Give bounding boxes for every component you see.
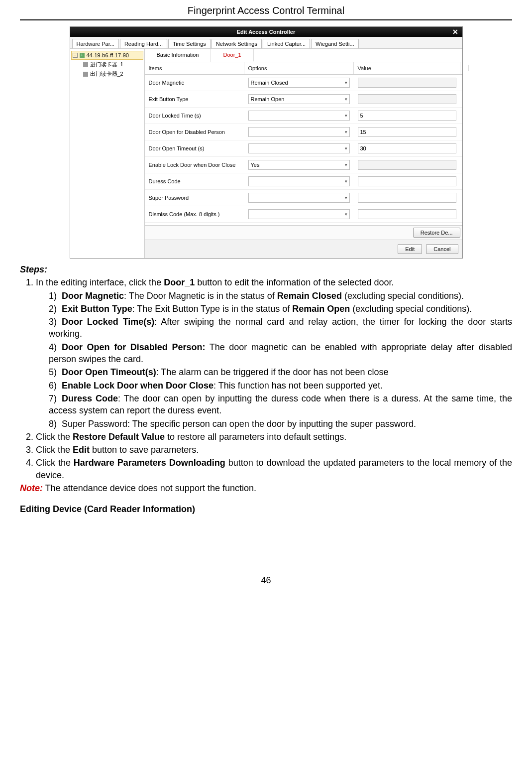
subtab-door-1[interactable]: Door_1 (211, 49, 253, 62)
sub-tabs: Basic Information Door_1 (145, 49, 462, 62)
tree-root-label: 44-19-b6-ff-17-90 (87, 52, 129, 58)
tree-child-reader-1[interactable]: 进门读卡器_1 (82, 60, 143, 69)
grid-row: Dismiss Code (Max. 8 digits )▾ (145, 206, 462, 223)
tree-child-label: 出门读卡器_2 (90, 70, 123, 78)
expand-icon[interactable]: + (80, 53, 85, 58)
chevron-down-icon: ▾ (345, 212, 347, 217)
option-select[interactable]: ▾ (248, 209, 350, 219)
tab-linked-capture[interactable]: Linked Captur... (263, 39, 310, 48)
restore-default-button[interactable]: Restore De... (413, 228, 460, 238)
tab-network-settings[interactable]: Network Settings (212, 39, 262, 48)
col-options: Options (244, 62, 354, 74)
close-icon[interactable]: ✕ (452, 28, 458, 36)
chevron-down-icon: ▾ (345, 146, 347, 151)
edit-button[interactable]: Edit (398, 244, 422, 254)
tree-child-reader-2[interactable]: 出门读卡器_2 (82, 69, 143, 79)
row-label: Door Magnetic (145, 77, 244, 89)
row-label: Door Open Timeout (s) (145, 142, 244, 154)
substep: 6)Enable Lock Door when Door Close: This… (49, 380, 512, 392)
chevron-down-icon: ▾ (345, 195, 347, 200)
option-select[interactable]: Remain Closed▾ (248, 78, 350, 88)
reader-icon (83, 62, 88, 67)
value-input[interactable]: 15 (358, 127, 456, 137)
row-label: Enable Lock Door when Door Close (145, 159, 244, 171)
col-items: Items (145, 62, 244, 74)
page-title: Fingerprint Access Control Terminal (20, 0, 512, 20)
option-select[interactable]: ▾ (248, 143, 350, 153)
substep: 8)Super Password: The specific person ca… (49, 418, 512, 430)
note-line: Note: The attendance device does not sup… (20, 482, 512, 494)
subtab-basic-information[interactable]: Basic Information (145, 49, 212, 62)
grid-row: Enable Lock Door when Door CloseYes▾ (145, 157, 462, 173)
value-input[interactable] (358, 176, 456, 186)
tab-time-settings[interactable]: Time Settings (168, 39, 211, 48)
value-input[interactable] (358, 193, 456, 203)
option-value: Remain Open (251, 96, 285, 102)
value-input (358, 160, 456, 170)
restore-bar: Restore De... (145, 225, 462, 240)
grid-header: Items Options Value (145, 62, 462, 75)
dialog-footer: Edit Cancel (145, 240, 462, 258)
col-value: Value (354, 62, 460, 74)
option-select[interactable]: ▾ (248, 176, 350, 186)
dialog-titlebar: Edit Access Controller ✕ (70, 27, 462, 37)
row-label: Door Locked Time (s) (145, 110, 244, 122)
value-input (358, 94, 456, 104)
chevron-down-icon: ▾ (345, 130, 347, 134)
document-body: Steps: In the editing interface, click t… (20, 263, 512, 516)
tab-wiegand-settings[interactable]: Wiegand Setti... (311, 39, 359, 48)
chevron-down-icon: ▾ (345, 113, 347, 118)
option-select[interactable]: Remain Open▾ (248, 94, 350, 104)
tab-hardware-parameters[interactable]: Hardware Par... (72, 39, 119, 48)
grid-row: Door MagneticRemain Closed▾ (145, 75, 462, 91)
substep: 2)Exit Button Type: The Exit Button Type… (49, 303, 512, 315)
grid-row: Door Open for Disabled Person▾15 (145, 124, 462, 140)
chevron-down-icon: ▾ (345, 179, 347, 184)
section-subheading: Editing Device (Card Reader Information) (20, 503, 512, 515)
option-value: Remain Closed (251, 80, 288, 86)
substep: 5)Door Open Timeout(s): The alarm can be… (49, 366, 512, 378)
chevron-down-icon: ▾ (345, 97, 347, 102)
device-tree: − + 44-19-b6-ff-17-90 进门读卡器_1 出门读卡器_2 (70, 49, 145, 258)
option-select[interactable]: ▾ (248, 193, 350, 203)
chevron-down-icon: ▾ (345, 162, 347, 167)
option-select[interactable]: ▾ (248, 111, 350, 121)
grid-row: Duress Code▾ (145, 173, 462, 190)
option-select[interactable]: ▾ (248, 127, 350, 137)
row-label: Duress Code (145, 175, 244, 187)
grid-row: Super Password▾ (145, 190, 462, 206)
dialog-title-text: Edit Access Controller (237, 29, 296, 35)
chevron-down-icon: ▾ (345, 80, 347, 85)
value-input (358, 78, 456, 88)
collapse-icon[interactable]: − (73, 53, 78, 58)
row-label: Exit Button Type (145, 93, 244, 105)
step-3: Click the Edit button to save parameters… (36, 444, 512, 456)
steps-heading: Steps: (20, 263, 512, 275)
reader-icon (83, 72, 88, 77)
top-tabs: Hardware Par... Reading Hard... Time Set… (70, 37, 462, 49)
grid-row: Door Locked Time (s)▾5 (145, 108, 462, 124)
value-input[interactable]: 5 (358, 111, 456, 121)
step-1: In the editing interface, click the Door… (36, 276, 512, 430)
substep: 4)Door Open for Disabled Person: The doo… (49, 341, 512, 366)
note-label: Note: (20, 483, 43, 493)
option-value: Yes (251, 162, 260, 168)
step-4: Click the Hardware Parameters Downloadin… (36, 457, 512, 481)
tree-root-node[interactable]: − + 44-19-b6-ff-17-90 (71, 51, 143, 60)
row-label: Super Password (145, 192, 244, 204)
value-input[interactable]: 30 (358, 143, 456, 153)
page-number: 46 (0, 575, 532, 601)
substep: 3)Door Locked Time(s): After swiping the… (49, 316, 512, 340)
step-2: Click the Restore Default Value to resto… (36, 431, 512, 443)
tab-reading-hardware[interactable]: Reading Hard... (120, 39, 167, 48)
row-label: Door Open for Disabled Person (145, 126, 244, 138)
substep: 7)Duress Code: The door can open by inpu… (49, 392, 512, 417)
value-input[interactable] (358, 209, 456, 219)
cancel-button[interactable]: Cancel (426, 244, 458, 254)
edit-access-controller-dialog: Edit Access Controller ✕ Hardware Par...… (70, 26, 463, 259)
grid-row: Exit Button TypeRemain Open▾ (145, 91, 462, 108)
option-select[interactable]: Yes▾ (248, 160, 350, 170)
grid-body: Door MagneticRemain Closed▾Exit Button T… (145, 75, 462, 223)
grid-row: Door Open Timeout (s)▾30 (145, 140, 462, 157)
substep: 1)Door Magnetic: The Door Magnetic is in… (49, 290, 512, 302)
